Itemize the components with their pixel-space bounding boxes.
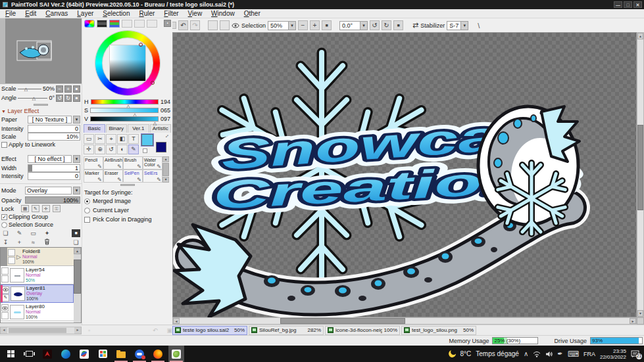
mixer-tab-icon[interactable] (122, 20, 132, 28)
rotate-ccw-button[interactable]: ↺ (370, 20, 380, 30)
scroll-left-icon[interactable]: ◂ (1, 327, 7, 334)
pick-color-dragging-checkbox[interactable] (84, 217, 90, 223)
nav-zoom-reset-button[interactable]: ■ (73, 85, 80, 93)
mode-value[interactable]: Overlay (25, 187, 72, 194)
brush-eraser[interactable]: Eraser✎ (103, 170, 123, 183)
paper-value[interactable]: [ No Texture ] (28, 116, 72, 124)
selection-visibility-icon[interactable] (232, 23, 239, 28)
swatch-tab-icon[interactable] (134, 20, 145, 28)
menu-layer[interactable]: Layer (77, 10, 93, 17)
effect-dropdown-icon[interactable]: ▾ (73, 155, 80, 163)
brush-marker[interactable]: Marker✎ (84, 170, 103, 183)
hsv-slider-tab-icon[interactable] (109, 20, 120, 28)
canvas[interactable]: Snowcat Creations Snowcat Creations (172, 32, 637, 317)
brush-selpen[interactable]: SelPen✎ (123, 170, 143, 183)
nav-rotate-reset-button[interactable]: ■ (73, 95, 80, 102)
effect-value[interactable]: [ No effect ] (28, 155, 72, 163)
wifi-icon[interactable] (533, 351, 541, 357)
nav-zoom-in-button[interactable]: + (64, 85, 72, 93)
visibility-toggle[interactable] (1, 304, 9, 311)
scroll-left-icon[interactable]: ◂ (173, 318, 180, 324)
taskbar-app-edge[interactable] (58, 346, 74, 362)
language-indicator[interactable]: FRA (583, 351, 595, 357)
visibility-toggle[interactable] (1, 323, 9, 323)
merge-down-button[interactable]: + (15, 238, 24, 246)
stabilizer-combo[interactable]: S-7 ▾ (447, 21, 468, 30)
selection-undo-button[interactable] (208, 20, 218, 30)
layer-row-layer81-selected[interactable]: ✎ Layer81 Overlay 100% (1, 284, 74, 303)
merged-image-radio[interactable] (84, 198, 90, 204)
scroll-up-icon[interactable]: ▴ (637, 33, 643, 39)
paint-mode-icon[interactable]: ✎ (2, 294, 9, 302)
value-slider[interactable]: △ (90, 116, 159, 122)
lock-move-icon[interactable]: ✛ (42, 205, 50, 212)
mode-dropdown-icon[interactable]: ▾ (73, 187, 80, 194)
taskbar-app-store[interactable] (95, 346, 111, 362)
scroll-down-icon[interactable]: ▾ (162, 177, 169, 183)
move-tool[interactable]: ✛ (84, 145, 94, 154)
selection-source-radio[interactable] (1, 222, 7, 228)
panel-collapse-button[interactable]: ▪ (164, 20, 171, 27)
layer-row-layer80[interactable]: Layer80 Normal 100% (1, 303, 74, 321)
tray-expand-icon[interactable]: ∧ (524, 350, 528, 357)
zoom-dropdown-icon[interactable]: ▾ (288, 22, 295, 30)
zoom-combo[interactable]: 50% ▾ (268, 21, 296, 30)
menu-file[interactable]: File (5, 10, 16, 17)
rotate-cw-button[interactable]: ↻ (382, 20, 391, 30)
minimize-button[interactable]: — (614, 1, 622, 8)
delete-layer-button[interactable] (43, 238, 51, 246)
doc-tab[interactable]: icone-3d-flocon-neig... 100% (325, 326, 400, 335)
effect-intensity-value[interactable]: 0 (28, 172, 80, 180)
scroll-right-icon[interactable]: ▸ (74, 327, 81, 334)
taskbar-app-game[interactable] (132, 346, 147, 362)
close-button[interactable]: ✕ (633, 1, 642, 8)
scrollbar-thumb[interactable] (637, 125, 643, 210)
rotate-tool[interactable]: ↺ (106, 145, 116, 154)
transparent-color-icon[interactable] (143, 148, 147, 153)
scratch-clear-icon[interactable]: ▫ (88, 327, 90, 334)
angle-reset-button[interactable]: ■ (393, 20, 403, 30)
magic-tool-icon[interactable]: ✦ (43, 229, 51, 237)
undo-button[interactable]: ↶ (178, 20, 188, 30)
saturation-value-square[interactable] (109, 45, 146, 81)
menu-ruler[interactable]: Ruler (139, 10, 155, 17)
layer-row-folder8[interactable]: ▷ Folder8 Normal 100% (7, 248, 74, 266)
apply-linework-checkbox[interactable] (1, 142, 7, 148)
color-wheel-tab-icon[interactable] (84, 20, 95, 28)
tab-binary[interactable]: Binary (106, 124, 128, 133)
scratch-undo-icon[interactable]: ↶ (153, 327, 158, 334)
touch-keyboard-icon[interactable]: ⌨ (568, 350, 579, 359)
rect-select-tool[interactable]: ▭ (84, 134, 94, 144)
paper-intensity-value[interactable]: 0 (28, 125, 80, 133)
lasso-tool[interactable]: ✂ (95, 134, 105, 144)
menu-selection[interactable]: Selection (103, 10, 130, 17)
lock-all-icon[interactable]: ⚿ (53, 205, 61, 212)
rgb-slider-tab-icon[interactable] (97, 20, 107, 28)
navigator-angle-slider[interactable]: △ (18, 98, 47, 99)
saturation-slider[interactable]: △ (90, 108, 159, 113)
weather-temp[interactable]: 8°C (460, 350, 472, 357)
menu-other[interactable]: Other (244, 10, 260, 17)
scrollbar-thumb[interactable] (9, 328, 66, 333)
clipping-group-checkbox[interactable]: ✓ (1, 214, 7, 220)
task-view-button[interactable] (21, 346, 37, 362)
zoom-reset-button[interactable]: ■ (322, 20, 332, 30)
brush-pencil[interactable]: Pencil✎ (84, 156, 103, 170)
new-layer-button[interactable]: ❏ (1, 229, 10, 237)
scroll-right-icon[interactable]: ▸ (630, 318, 636, 324)
clock[interactable]: 23:35 22/03/2022 (600, 348, 626, 360)
panel-resize-handle[interactable] (34, 104, 48, 106)
folder-expand-icon[interactable]: ▷ (16, 254, 21, 260)
menu-edit[interactable]: Edit (25, 10, 36, 17)
swap-colors-icon[interactable]: ↔ (162, 131, 170, 139)
layer-list-scrollbar[interactable]: ▴ (74, 248, 81, 323)
taskbar-app-explorer[interactable] (113, 346, 129, 362)
scrollbar-thumb[interactable] (280, 318, 405, 324)
primary-color-swatch[interactable] (141, 134, 153, 146)
canvas-vertical-scrollbar[interactable]: ▴ ▾ (637, 32, 644, 317)
new-folder-button[interactable]: ▭ (29, 229, 37, 237)
current-layer-radio[interactable] (84, 208, 90, 214)
paper-dropdown-icon[interactable]: ▾ (73, 116, 80, 124)
flip-icon[interactable]: ⇄ (412, 21, 418, 30)
scroll-down-icon[interactable]: ▾ (637, 310, 643, 317)
